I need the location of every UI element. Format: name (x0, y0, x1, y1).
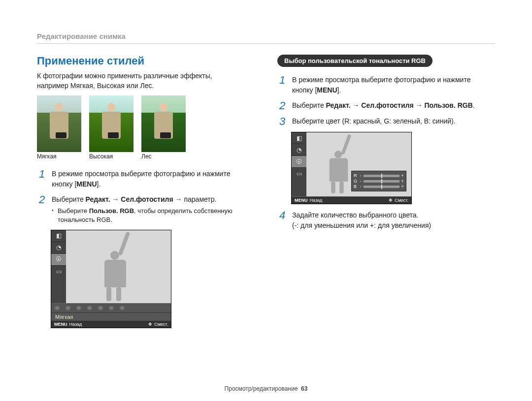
lcd-style-name: Мягкая (51, 312, 171, 321)
style-swatch (118, 305, 126, 311)
bullet-prefix: Выберите (58, 207, 89, 215)
header-rule (37, 43, 495, 44)
step-number-1: 1 (277, 75, 287, 86)
step1-line1: В режиме просмотра выберите фотографию и… (52, 170, 230, 178)
step-body: В режиме просмотра выберите фотографию и… (292, 75, 495, 95)
plus-icon: + (401, 179, 404, 184)
crop-icon: ▭ (292, 168, 306, 180)
style-swatch (86, 305, 94, 311)
menu-key-label: MENU (295, 198, 308, 203)
step-number-3: 3 (277, 116, 287, 127)
r-step1-line1: В режиме просмотра выберите фотографию и… (292, 76, 470, 84)
palette-icon: ⦿ (51, 254, 66, 266)
step-body: Задайте количество выбранного цвета. (-:… (292, 210, 495, 231)
menu-key-label: MENU (54, 322, 67, 327)
rgb-r-label: R (354, 173, 358, 178)
manual-page: Редактирование снимка Применение стилей … (0, 0, 532, 401)
menu-button-label: MENU (76, 180, 97, 188)
lcd-back-label: Назад (310, 198, 323, 203)
r-step4b: (-: для уменьшения или +: для увеличения… (292, 221, 431, 229)
rgb-adjust-panel: R - + G - + (351, 171, 406, 191)
lcd-move-label: Смест. (154, 322, 168, 327)
step-body: Выберите цвет (R: красный, G: зеленый, B… (292, 116, 495, 126)
silhouette-icon (326, 151, 348, 193)
rgb-row-r: R - + (354, 173, 404, 178)
right-column: Выбор пользовательской тональности RGB 1… (277, 55, 495, 334)
rgb-g-slider (364, 180, 399, 183)
dpad-icon: ✥ (148, 322, 152, 327)
step2-tail: → параметр. (173, 195, 217, 203)
rgb-g-label: G (354, 179, 358, 184)
style-swatch (97, 305, 104, 311)
thumb-captions: Мягкая Высокая Лес (37, 153, 255, 160)
page-footer: Просмотр/редактирование 63 (0, 385, 532, 392)
minus-icon: - (359, 179, 362, 184)
thumb-forest (141, 95, 186, 152)
lcd-back-label: Назад (69, 322, 82, 327)
step-number-2: 2 (277, 100, 287, 111)
right-steps: 1 В режиме просмотра выберите фотографию… (277, 75, 495, 127)
step-body: Выберите Редакт. → Сел.фотостиля → парам… (52, 194, 255, 224)
rgb-row-g: G - + (354, 179, 404, 184)
style-swatch (75, 305, 83, 311)
step2-bold: Редакт. → Сел.фотостиля (86, 195, 173, 203)
intro-line1: К фотографии можно применить различные э… (37, 72, 212, 80)
adjust-icon: ◔ (51, 242, 66, 254)
right-step-1: 1 В режиме просмотра выберите фотографию… (277, 75, 495, 95)
step2-sublist: Выберите Пользов. RGB, чтобы определить … (52, 207, 255, 224)
section-header: Редактирование снимка (37, 32, 495, 40)
left-column: Применение стилей К фотографии можно при… (37, 55, 255, 334)
step-number-1: 1 (37, 169, 47, 180)
lcd-icon-strip: ◧ ◔ ⦿ ▭ (51, 230, 66, 303)
footer-label: Просмотр/редактирование (225, 385, 298, 392)
thumb-soft (37, 95, 81, 152)
lcd-style-preview: ◧ ◔ ⦿ ▭ (51, 230, 171, 328)
r-step2-plain: Выберите (292, 101, 326, 109)
crop-icon: ▭ (51, 266, 66, 278)
right-step-2: 2 Выберите Редакт. → Сел.фотостиля → Пол… (277, 100, 495, 111)
plus-icon: + (401, 184, 404, 189)
thumb-high (89, 95, 133, 152)
r-step2-bold: Редакт. → Сел.фотостиля → Пользов. RGB (326, 101, 473, 109)
example-thumbnails (37, 95, 255, 152)
rgb-r-slider (364, 175, 399, 177)
minus-icon: - (359, 184, 362, 189)
page-number: 63 (301, 385, 307, 392)
right-step-4: 4 Задайте количество выбранного цвета. (… (277, 210, 495, 231)
step2-bullet: Выберите Пользов. RGB, чтобы определить … (52, 207, 255, 224)
lcd-rgb-preview: ◧ ◔ ⦿ ▭ (291, 132, 412, 204)
rgb-b-slider (364, 185, 399, 188)
right-step-3: 3 Выберите цвет (R: красный, G: зеленый,… (277, 116, 495, 127)
rgb-row-b: B - + (354, 184, 404, 189)
subsection-title: Применение стилей (37, 55, 255, 67)
step2-plain: Выберите (52, 195, 86, 203)
style-swatch (53, 305, 61, 311)
r-step1-prefix: кнопку [ (292, 86, 317, 94)
lcd-footer: MENU Назад ✥ Смест. (292, 197, 411, 204)
step-number-4: 4 (277, 210, 287, 221)
r-step4a: Задайте количество выбранного цвета. (292, 211, 419, 219)
style-swatch (64, 305, 72, 311)
lcd-canvas: R - + G - + (306, 132, 411, 196)
plus-icon: + (401, 173, 404, 178)
caption-high: Высокая (89, 153, 133, 160)
lcd-move-label: Смест. (395, 198, 408, 203)
bullet-bold: Пользов. RGB (89, 207, 134, 215)
step-body: В режиме просмотра выберите фотографию и… (52, 169, 255, 189)
r-step2-tail: . (473, 101, 475, 109)
adjust-icon: ◔ (292, 144, 306, 156)
edit-icon: ◧ (51, 230, 66, 242)
rgb-b-label: B (354, 184, 358, 189)
menu-button-label: MENU (317, 86, 337, 94)
silhouette-icon (100, 251, 126, 301)
edit-icon: ◧ (292, 132, 306, 144)
step-number-2: 2 (37, 194, 47, 205)
rgb-heading-pill: Выбор пользовательской тональности RGB (277, 55, 432, 67)
r-step1-suffix: ]. (337, 86, 341, 94)
caption-forest: Лес (141, 153, 186, 160)
step-body: Выберите Редакт. → Сел.фотостиля → Польз… (292, 100, 495, 111)
step1-prefix: кнопку [ (52, 180, 76, 188)
left-step-2: 2 Выберите Редакт. → Сел.фотостиля → пар… (37, 194, 255, 224)
left-step-1: 1 В режиме просмотра выберите фотографию… (37, 169, 255, 189)
style-swatch (107, 305, 115, 311)
